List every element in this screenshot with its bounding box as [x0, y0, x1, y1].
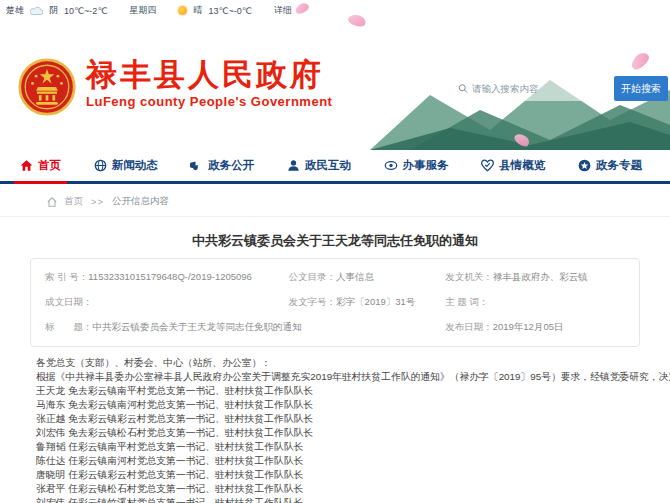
- meta-label: 索 引 号：: [45, 271, 88, 282]
- body-line: 刘宏伟 免去彩云镇松石村党总支第一书记、驻村扶贫工作队队长: [36, 426, 646, 440]
- weather-city: 楚雄: [6, 4, 24, 17]
- meta-value: 2019年12月05日: [493, 321, 564, 332]
- cloud-icon: [30, 6, 43, 15]
- meta-value: 彩字〔2019〕31号: [336, 296, 415, 307]
- meta-category: 公文目录：人事信息: [289, 271, 446, 284]
- breadcrumb-separator: >>: [91, 196, 104, 207]
- meta-label: 标 题：: [45, 321, 93, 332]
- person-icon: [287, 159, 300, 172]
- search-icon: [458, 83, 468, 94]
- nav-item-label: 首页: [38, 158, 61, 173]
- body-line: 刘宏伟 任彩云镇竹溪村党总支第一书记、驻村扶贫工作队队长: [36, 496, 646, 503]
- nav-item-label: 县情概览: [499, 158, 545, 173]
- breadcrumb-current: 公开信息内容: [112, 195, 169, 208]
- page: 楚雄 阴 10℃~-2℃ 星期四 晴 13℃~-0℃ 详细: [0, 0, 670, 503]
- document-body: 各党总支（支部）、村委会、中心（站所、办公室）： 根据《中共禄丰县委办公室禄丰县…: [36, 356, 646, 503]
- meta-value: 禄丰县政府办、彩云镇: [493, 271, 588, 282]
- body-line: 鲁翔韬 任彩云镇南平村党总支第一书记、驻村扶贫工作队队长: [36, 440, 646, 454]
- meta-label: 成文日期：: [45, 296, 93, 307]
- body-line: 唐晓明 任彩云镇彩云村党总支第一书记、驻村扶贫工作队队长: [36, 468, 646, 482]
- star-circle-icon: [578, 159, 591, 172]
- meta-label: 发文字号：: [289, 296, 337, 307]
- site-subtitle: LuFeng county People's Government: [86, 94, 332, 109]
- body-line: 张君平 任彩云镇松石村党总支第一书记、驻村扶贫工作队队长: [36, 482, 646, 496]
- nav-item-gov-affairs[interactable]: 政务公开: [184, 150, 260, 184]
- body-line: 王天龙 免去彩云镇南平村党总支第一书记、驻村扶贫工作队队长: [36, 384, 646, 398]
- meta-label: 发布日期：: [445, 321, 493, 332]
- weather-bar: 楚雄 阴 10℃~-2℃ 星期四 晴 13℃~-0℃ 详细: [6, 4, 292, 17]
- nav-item-label: 政民互动: [305, 158, 351, 173]
- nav-item-home[interactable]: 首页: [14, 150, 67, 184]
- nav-item-label: 办事服务: [403, 158, 449, 173]
- body-line: 根据《中共禄丰县委办公室禄丰县人民政府办公室关于调整充实2019年驻村扶贫工作队…: [36, 370, 646, 384]
- search-bar: 开始搜索: [452, 76, 668, 101]
- breadcrumb: 首页 >> 公开信息内容: [0, 187, 670, 217]
- weather-detail-link[interactable]: 详细: [274, 4, 292, 17]
- site-banner: 楚雄 阴 10℃~-2℃ 星期四 晴 13℃~-0℃ 详细: [0, 0, 670, 150]
- nav-item-county-overview[interactable]: 县情概览: [475, 150, 551, 184]
- meta-label: 发文机关：: [445, 271, 493, 282]
- nav-item-gov-topics[interactable]: 政务专题: [572, 150, 648, 184]
- weather-weekday: 星期四: [129, 4, 156, 17]
- meta-label: 公文目录：: [289, 271, 337, 282]
- meta-keywords: 主 题 词：: [445, 296, 625, 309]
- body-line: 陈仕达 任彩云镇南河村党总支第一书记、驻村扶贫工作队队长: [36, 454, 646, 468]
- site-title-block: 禄丰县人民政府 LuFeng county People's Governmen…: [86, 58, 332, 109]
- meta-label: 主 题 词：: [445, 296, 488, 307]
- sun-icon: [178, 6, 187, 15]
- search-input[interactable]: [472, 83, 602, 94]
- search-input-box[interactable]: [452, 76, 608, 101]
- meta-doc-number: 发文字号：彩字〔2019〕31号: [289, 296, 446, 309]
- quote-icon: [190, 159, 203, 172]
- nav-item-services[interactable]: 办事服务: [378, 150, 455, 184]
- meta-value: 11532331015179648Q-/2019-1205096: [88, 271, 252, 282]
- site-logo-block[interactable]: 禄丰县人民政府 LuFeng county People's Governmen…: [18, 58, 332, 116]
- meta-date-written: 成文日期：: [45, 296, 289, 309]
- meta-value: 中共彩云镇委员会关于王天龙等同志任免职的通知: [93, 321, 302, 332]
- weather-condition-2: 晴: [193, 4, 202, 17]
- search-submit-button[interactable]: 开始搜索: [614, 76, 668, 101]
- meta-agency: 发文机关：禄丰县政府办、彩云镇: [445, 271, 625, 284]
- main-nav: 首页 新闻动态 政务公开 政民互动: [0, 150, 670, 184]
- breadcrumb-home-link[interactable]: 首页: [64, 195, 83, 208]
- meta-title: 标 题：中共彩云镇委员会关于王天龙等同志任免职的通知: [45, 321, 445, 334]
- document-meta-table: 索 引 号：11532331015179648Q-/2019-1205096 公…: [30, 258, 640, 347]
- nav-item-interaction[interactable]: 政民互动: [281, 150, 357, 184]
- globe-icon: [94, 159, 107, 172]
- nav-item-label: 政务公开: [208, 158, 254, 173]
- eye-icon: [384, 159, 398, 172]
- meta-index: 索 引 号：11532331015179648Q-/2019-1205096: [45, 271, 289, 284]
- site-title: 禄丰县人民政府: [86, 58, 332, 92]
- meta-publish-date: 发布日期：2019年12月05日: [445, 321, 625, 334]
- nav-item-news[interactable]: 新闻动态: [88, 150, 164, 184]
- weather-condition: 阴: [49, 4, 58, 17]
- article-title: 中共彩云镇委员会关于王天龙等同志任免职的通知: [0, 232, 670, 250]
- breadcrumb-home-icon: [46, 196, 58, 208]
- meta-value: 人事信息: [336, 271, 374, 282]
- heart-icon: [481, 159, 494, 172]
- petal-decoration: [347, 12, 368, 28]
- national-emblem-icon: [18, 58, 76, 116]
- nav-item-label: 政务专题: [596, 158, 642, 173]
- weather-temp-2: 13℃~-0℃: [208, 6, 251, 16]
- body-line: 张正越 免去彩云镇彩云村党总支第一书记、驻村扶贫工作队队长: [36, 412, 646, 426]
- nav-item-label: 新闻动态: [112, 158, 158, 173]
- body-line: 马海东 免去彩云镇南河村党总支第一书记、驻村扶贫工作队队长: [36, 398, 646, 412]
- home-icon: [20, 159, 33, 172]
- weather-temp: 10℃~-2℃: [64, 6, 107, 16]
- body-line: 各党总支（支部）、村委会、中心（站所、办公室）：: [36, 356, 646, 370]
- petal-decoration: [294, 1, 310, 15]
